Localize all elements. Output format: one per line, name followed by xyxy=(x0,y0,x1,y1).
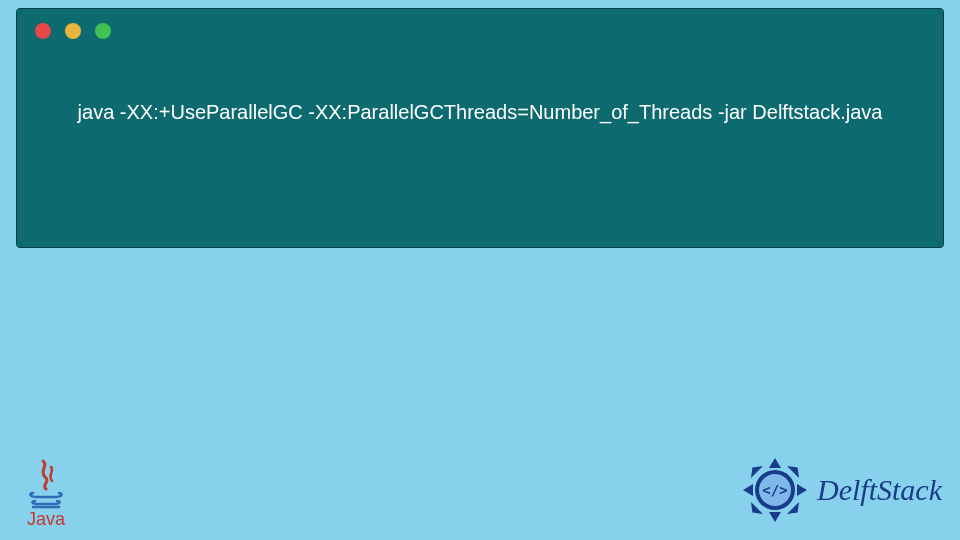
close-icon[interactable] xyxy=(35,23,51,39)
java-logo: Java xyxy=(16,459,76,530)
delftstack-label: DelftStack xyxy=(817,473,942,507)
java-label: Java xyxy=(16,509,76,530)
terminal-window: java -XX:+UseParallelGC -XX:ParallelGCTh… xyxy=(16,8,944,248)
delftstack-logo: </> DelftStack xyxy=(739,454,942,526)
java-cup-icon xyxy=(25,459,67,511)
svg-text:</>: </> xyxy=(762,482,787,498)
window-titlebar xyxy=(17,9,943,53)
code-content: java -XX:+UseParallelGC -XX:ParallelGCTh… xyxy=(17,53,943,124)
minimize-icon[interactable] xyxy=(65,23,81,39)
delftstack-badge-icon: </> xyxy=(739,454,811,526)
maximize-icon[interactable] xyxy=(95,23,111,39)
command-text: java -XX:+UseParallelGC -XX:ParallelGCTh… xyxy=(78,101,883,123)
